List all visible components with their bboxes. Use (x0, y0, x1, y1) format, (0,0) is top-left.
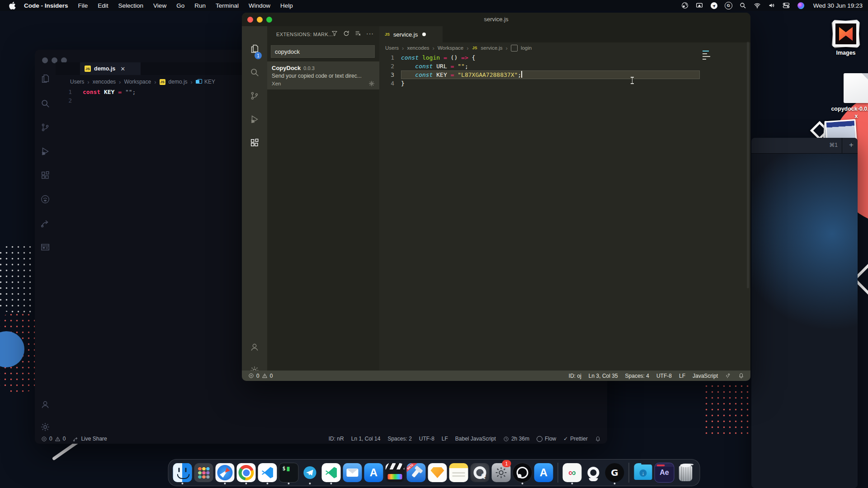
modified-dot[interactable] (422, 33, 426, 36)
scrollbar[interactable] (747, 42, 749, 288)
extension-settings-gear-icon[interactable] (368, 80, 375, 87)
debug-icon[interactable] (250, 114, 259, 124)
menu-item-help[interactable]: Help (280, 2, 293, 9)
session-id[interactable]: ID: oj (569, 373, 581, 379)
dock-logitech-g-hub-icon[interactable]: G (605, 461, 625, 484)
tab-service-js[interactable]: JS service.js (379, 26, 443, 42)
code-editor[interactable]: 1const login = () => {2 const URL = "";3… (379, 53, 700, 88)
explorer-icon[interactable] (40, 74, 50, 84)
menu-item-go[interactable]: Go (176, 2, 184, 9)
dock-sketch-icon[interactable] (428, 461, 448, 484)
dock-mail-icon[interactable] (343, 461, 363, 484)
dock-launchpad-icon[interactable] (194, 461, 214, 484)
breadcrumb[interactable]: Users›xencodes›Workspace›JSservice.js›lo… (385, 43, 532, 52)
breadcrumb-item[interactable]: xencodes (93, 79, 116, 85)
breadcrumb-item[interactable]: xencodes (407, 45, 429, 51)
dock-after-effects-folder-icon[interactable]: Ae (655, 461, 675, 484)
session-id[interactable]: ID: nR (329, 436, 344, 442)
breadcrumb[interactable]: Users›xencodes›Workspace›JSdemo.js›KEY (70, 77, 215, 87)
desktop-icon-copydock-vsix[interactable]: copydock-0.0.1.vsix (830, 73, 868, 120)
menu-item-file[interactable]: File (78, 2, 88, 9)
breadcrumb-item[interactable]: Workspace (438, 45, 463, 51)
dock-xcode-beta-icon[interactable]: BETA (406, 461, 426, 484)
account-icon[interactable] (250, 342, 259, 352)
extensions-icon[interactable] (40, 170, 50, 180)
desktop-icon-images[interactable]: Images (828, 21, 863, 56)
obs-icon[interactable] (681, 2, 689, 9)
menu-item-run[interactable]: Run (194, 2, 206, 9)
search-icon[interactable] (40, 99, 50, 108)
session-time[interactable]: 2h 36m (503, 436, 529, 442)
code-line[interactable]: 3 const KEY = "L87XGAA7288837X"; (379, 70, 700, 79)
extensions-search-input[interactable]: copydock (271, 45, 375, 58)
extension-list-item-copydock[interactable]: CopyDock0.0.3 Send your copied code or t… (267, 61, 379, 89)
bell-icon[interactable] (595, 436, 601, 442)
source-control-icon[interactable] (250, 91, 259, 101)
eol[interactable]: LF (679, 373, 685, 379)
menu-item-edit[interactable]: Edit (98, 2, 108, 9)
wifi-icon[interactable] (754, 2, 761, 9)
dock-obs-icon[interactable] (513, 461, 533, 484)
apple-logo-icon[interactable] (9, 2, 16, 9)
dock-vscode-insiders-icon[interactable] (321, 461, 341, 484)
menu-item-selection[interactable]: Selection (118, 2, 144, 9)
screen-mirroring-icon[interactable] (696, 2, 703, 9)
vscode-window-service[interactable]: service.js 1 EXTENSIONS: MARK... ··· cop… (242, 13, 750, 381)
live-share-icon[interactable] (725, 373, 731, 379)
new-tab-button[interactable]: + (849, 141, 854, 150)
menu-item-window[interactable]: Window (249, 2, 270, 9)
filter-icon[interactable] (331, 30, 338, 37)
dock-trash-icon[interactable] (676, 461, 696, 484)
more-actions-icon[interactable]: ··· (366, 30, 374, 37)
minimap[interactable] (703, 51, 713, 61)
menu-bar-clock[interactable]: Wed 30 Jun 19:23 (813, 2, 863, 9)
dock-quicktime-icon[interactable]: Q (470, 461, 490, 484)
dock-final-cut-pro-icon[interactable] (385, 461, 405, 484)
terminal-window[interactable]: ⌘1 + (751, 138, 858, 488)
title-bar[interactable]: service.js (242, 13, 750, 26)
eol[interactable]: LF (442, 436, 448, 442)
code-line[interactable]: 1const login = () => { (379, 53, 700, 62)
account-icon[interactable] (40, 399, 50, 409)
indentation[interactable]: Spaces: 2 (387, 436, 411, 442)
live-share-icon[interactable] (40, 218, 50, 228)
search-icon[interactable] (250, 67, 259, 77)
debug-icon[interactable] (40, 146, 50, 156)
breadcrumb-item[interactable]: login (521, 45, 532, 51)
extensions-icon[interactable] (250, 138, 259, 148)
errors-indicator[interactable]: 0 0 (41, 436, 66, 442)
dock-webcam-app-icon[interactable] (584, 461, 604, 484)
dock-system-settings-icon[interactable]: 1 (491, 461, 511, 484)
errors-indicator[interactable]: 0 0 (248, 373, 273, 379)
breadcrumb-item[interactable]: demo.js (169, 79, 188, 85)
source-control-icon[interactable] (40, 122, 50, 132)
dock-vscode-icon[interactable] (258, 461, 278, 484)
breadcrumb-item[interactable]: KEY (204, 79, 215, 85)
control-center-icon[interactable] (783, 2, 790, 9)
live-share-status[interactable]: Live Share (73, 436, 107, 442)
breadcrumb-item[interactable]: Users (385, 45, 399, 51)
clear-all-icon[interactable] (354, 30, 362, 37)
dock-loop-app-icon[interactable]: ∞ (562, 461, 582, 484)
dock-app-store-icon[interactable]: A (364, 461, 384, 484)
dock-finder-icon[interactable] (173, 461, 193, 484)
browser-preview-icon[interactable] (40, 242, 50, 252)
g-hub-icon[interactable]: G (725, 2, 732, 9)
tab-close-icon[interactable]: ✕ (120, 66, 125, 72)
dock-chrome-icon[interactable] (236, 461, 256, 484)
breadcrumb-item[interactable]: service.js (481, 45, 503, 51)
cursor-position[interactable]: Ln 1, Col 14 (351, 436, 381, 442)
language-mode[interactable]: Babel JavaScript (455, 436, 496, 442)
language-mode[interactable]: JavaScript (693, 373, 718, 379)
menu-app-name[interactable]: Code - Insiders (24, 2, 68, 9)
dock-telegram-icon[interactable] (300, 461, 320, 484)
flow-status[interactable]: Flow (537, 436, 556, 442)
menu-item-terminal[interactable]: Terminal (216, 2, 239, 9)
breadcrumb-item[interactable]: Users (70, 79, 84, 85)
refresh-icon[interactable] (343, 30, 350, 37)
spotlight-icon[interactable] (739, 2, 747, 9)
bell-icon[interactable] (738, 373, 744, 379)
cursor-position[interactable]: Ln 3, Col 35 (589, 373, 618, 379)
dock-app-store-2-icon[interactable]: A (534, 461, 554, 484)
menu-item-view[interactable]: View (153, 2, 166, 9)
